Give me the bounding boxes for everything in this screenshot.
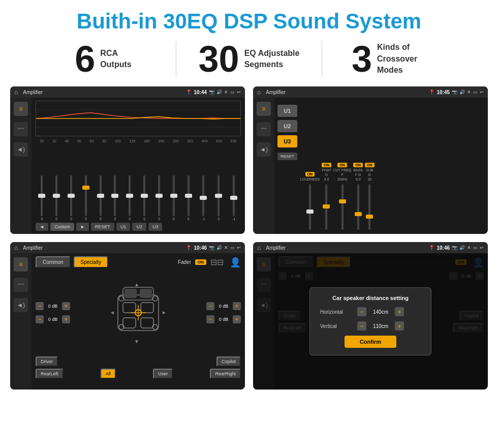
location-icon-3: 📍 [186,245,192,250]
speaker-icon-2[interactable]: ◄) [257,142,271,157]
rearleft-btn[interactable]: RearLeft [36,369,64,379]
dialog-title: Car speaker distance setting [320,295,421,301]
play-btn[interactable]: ► [76,223,89,231]
back-icon: ↩ [237,89,241,95]
x-icon-2: ✕ [467,89,471,95]
home-icon-4[interactable]: ⌂ [257,244,261,251]
custom-btn[interactable]: Custom [50,223,74,231]
status-icons-4: 📍 10:46 📷 🔊 ✕ ▭ ↩ [429,245,484,251]
horizontal-label: Horizontal [320,309,353,315]
u3-btn[interactable]: U3 [148,223,163,231]
eq-slider-5: 0 [100,175,102,221]
eq-freq-labels: 2532405063 80100125160200 25032040050063… [36,139,241,143]
battery-icon-2: ▭ [473,89,478,95]
copilot-btn[interactable]: Copilot [216,356,241,367]
home-icon-2[interactable]: ⌂ [257,88,261,96]
db-row-1: − 0 dB + [36,302,70,310]
eq-time: 10:44 [194,89,207,95]
bass-label: BASS [353,168,363,172]
crossover-reset[interactable]: RESET [277,153,297,160]
phat-slider[interactable] [325,184,327,230]
u1-btn[interactable]: U1 [116,223,131,231]
camera-icon-3: 📷 [209,245,214,250]
reset-btn[interactable]: RESET [91,223,114,231]
minus-btn-3[interactable]: − [206,302,214,310]
cutfreq-slider[interactable] [341,184,344,230]
sub-on: ON [365,163,375,167]
eq-icon[interactable]: ≡ [14,102,28,116]
plus-btn-4[interactable]: + [233,315,241,323]
u1-select[interactable]: U1 [277,105,297,117]
plus-btn-2[interactable]: + [62,315,70,323]
u2-select[interactable]: U2 [277,120,297,132]
loudness-slider[interactable] [309,184,311,230]
fader-on-badge: ON [195,259,206,265]
eq-slider-4: 5 [85,175,87,221]
prev-btn[interactable]: ◄ [36,223,48,231]
cutfreq-on: ON [337,163,347,167]
specialty-tab[interactable]: Specialty [74,256,109,268]
wave-icon-3[interactable]: 〰 [14,278,28,292]
crossover-screen: ⌂ Amplifier 📍 10:45 📷 🔊 ✕ ▭ ↩ ≡ 〰 ◄) [253,86,488,234]
back-icon-2: ↩ [480,89,484,95]
eq-icon-2[interactable]: ≡ [257,102,271,116]
eq-status-bar: ⌂ Amplifier 📍 10:44 📷 🔊 ✕ ▭ ↩ [10,86,245,98]
plus-btn-3[interactable]: + [233,302,241,310]
vertical-plus[interactable]: + [395,321,404,331]
minus-btn-4[interactable]: − [206,315,214,323]
eq-slider-14: -1 [232,175,235,221]
crossover-time: 10:45 [437,89,450,95]
horizontal-plus[interactable]: + [395,307,404,316]
all-btn[interactable]: All [101,369,116,379]
crossover-side-icons: ≡ 〰 ◄) [253,98,274,234]
horizontal-minus[interactable]: − [357,307,366,316]
minus-btn-1[interactable]: − [36,302,44,310]
eq-screen: ⌂ Amplifier 📍 10:44 📷 🔊 ✕ ▭ ↩ ≡ 〰 ◄) [10,86,245,234]
fader-screen: ⌂ Amplifier 📍 10:46 📷 🔊 ✕ ▭ ↩ ≡ 〰 ◄) [10,242,245,390]
home-icon-3[interactable]: ⌂ [14,244,18,251]
db-val-2: 0 dB [46,317,60,322]
volume-icon: 🔊 [216,89,222,95]
fader-car-area: − 0 dB + − 0 dB + [36,272,241,353]
wave-icon[interactable]: 〰 [14,122,28,136]
u3-select[interactable]: U3 [277,135,297,147]
eq-slider-3: 0 [70,175,72,221]
crossover-content: ≡ 〰 ◄) U1 U2 U3 RESET ON LO [253,98,488,234]
driver-btn[interactable]: Driver [36,356,58,367]
plus-btn-1[interactable]: + [62,302,70,310]
svg-rect-5 [124,289,137,298]
u2-btn[interactable]: U2 [132,223,146,231]
bass-on: ON [353,163,363,167]
eq-slider-6: 0 [114,175,116,221]
eq-main-area: 2532405063 80100125160200 25032040050063… [32,98,245,234]
vertical-minus[interactable]: − [357,321,366,331]
fader-content: ≡ 〰 ◄) Common Specialty Fader ON ⊟⊟ [10,253,245,390]
phat-label: PHAT [322,168,331,172]
x-icon: ✕ [224,89,228,95]
bass-slider[interactable] [357,184,359,230]
rearright-btn[interactable]: RearRight [210,369,241,379]
minus-btn-2[interactable]: − [36,315,44,323]
location-icon-2: 📍 [429,89,434,95]
battery-icon-4: ▭ [473,245,478,250]
speaker-icon[interactable]: ◄) [14,142,28,157]
fader-status-bar: ⌂ Amplifier 📍 10:46 📷 🔊 ✕ ▭ ↩ [10,242,245,253]
svg-text:►: ► [162,310,167,315]
confirm-button[interactable]: Confirm [345,336,396,348]
status-icons-3: 📍 10:46 📷 🔊 ✕ ▭ ↩ [186,245,241,251]
vertical-val: 110cm [370,323,391,329]
svg-text:▼: ▼ [134,339,139,344]
home-icon[interactable]: ⌂ [14,88,18,96]
distance-screen-title: Amplifier [266,245,426,251]
common-tab[interactable]: Common [36,256,71,268]
speaker-icon-3[interactable]: ◄) [14,298,28,312]
wave-icon-2[interactable]: 〰 [257,122,271,136]
user-btn[interactable]: User [153,369,173,379]
cutfreq-label: CUT FREQ [333,168,352,172]
svg-rect-7 [123,303,136,313]
eq-icon-3[interactable]: ≡ [14,257,28,272]
sub-slider[interactable] [368,184,370,230]
fader-slider-mini: ⊟⊟ [210,257,224,267]
status-icons: 📍 10:44 📷 🔊 ✕ ▭ ↩ [186,89,241,95]
crossover-ctrl-area: ON LOUDNESS ON PHAT G 3.0 [300,100,485,232]
